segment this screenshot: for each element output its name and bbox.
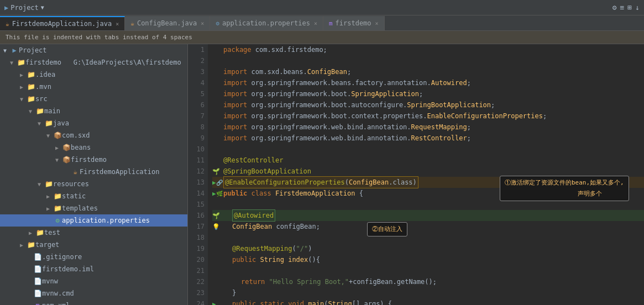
run-gutter-icon[interactable]: ▶	[212, 190, 216, 197]
gutter-24: ▶	[212, 298, 223, 306]
tab-close-icon[interactable]: ×	[375, 20, 379, 27]
code-line-7: import org.springframework.boot.context.…	[212, 111, 644, 122]
tree-item-src[interactable]: ▼ 📁 src	[0, 93, 187, 105]
bean-gutter-icon[interactable]: 🔗	[216, 180, 223, 186]
tab-close-icon[interactable]: ×	[314, 20, 317, 27]
tree-item-gitignore[interactable]: 📄 .gitignore	[0, 251, 187, 263]
tree-item-mvnw-cmd[interactable]: 📄 mvnw.cmd	[0, 287, 187, 299]
tree-item-mvnw[interactable]: 📄 mvnw	[0, 275, 187, 287]
tab-pom[interactable]: m firstdemo ×	[323, 16, 385, 30]
arrow-icon: ▶	[20, 72, 27, 78]
tree-item-iml[interactable]: 📄 firstdemo.iml	[0, 263, 187, 275]
annotation-box: @EnableConfigurationProperties(ConfigBea…	[223, 176, 418, 188]
tab-label: FirstdemoApplication.java	[12, 20, 112, 28]
tree-item-target[interactable]: ▶ 📁 target	[0, 239, 187, 251]
code-line-20: public String index(){	[212, 254, 644, 265]
tree-item-label: .mvn	[35, 83, 51, 91]
editor-content: 12345 678910 1112131415 1617181920 21222…	[188, 44, 644, 305]
code-line-12: 🌱 @SpringBootApplication	[212, 166, 644, 177]
arrow-icon: ▶	[46, 206, 53, 212]
tree-item-mvn[interactable]: ▶ 📁 .mvn	[0, 81, 187, 93]
java-class-icon: ☕	[71, 168, 80, 176]
gutter-12: 🌱	[212, 166, 223, 177]
project-panel-header: ▶ Project ▼	[4, 4, 44, 12]
tree-item-label: test	[44, 229, 60, 236]
settings-icon[interactable]: ⚙	[612, 3, 617, 12]
folder-icon: 📁	[35, 229, 44, 236]
tree-item-pom[interactable]: m pom.xml	[0, 299, 187, 305]
notification-bar: This file is indented with tabs instead …	[0, 31, 644, 44]
tree-item-templates[interactable]: ▶ 📁 templates	[0, 202, 187, 214]
code-line-18	[212, 232, 644, 243]
file-icon: 📄	[33, 265, 42, 273]
props-file-icon: ⚙	[216, 20, 219, 27]
tree-item-java[interactable]: ▼ 📁 java	[0, 117, 187, 129]
top-bar: ▶ Project ▼ ⚙ ≡ ⊞ ↓	[0, 0, 644, 15]
package-icon: 📦	[62, 156, 71, 164]
tab-configbean[interactable]: ☕ ConfigBean.java ×	[125, 16, 210, 30]
notif-text: This file is indented with tabs instead …	[6, 34, 192, 41]
code-editor[interactable]: 12345 678910 1112131415 1617181920 21222…	[188, 44, 644, 305]
spring-gutter-16[interactable]: 🌱	[212, 212, 220, 219]
module-icon: 📁	[17, 59, 25, 66]
bean-gutter-icon[interactable]: 🌿	[216, 191, 223, 197]
menu-icon[interactable]: ≡	[620, 3, 625, 12]
file-icon: 📄	[33, 290, 42, 297]
folder-icon: 📁	[27, 71, 35, 78]
tab-firstdemo-application[interactable]: ☕ FirstdemoApplication.java ×	[0, 16, 125, 30]
java-file-icon: ☕	[6, 20, 9, 28]
tree-item-application-props[interactable]: ⚙ application.properties	[0, 214, 187, 227]
annotation-bubble-1: ①激活绑定了资源文件的bean,如果又多个, 声明多个	[500, 176, 629, 201]
layout-icon[interactable]: ⊞	[627, 3, 632, 12]
tree-item-idea[interactable]: ▶ 📁 .idea	[0, 69, 187, 81]
tree-item-label: .gitignore	[42, 253, 82, 261]
arrow-icon: ▼	[38, 181, 44, 187]
code-line-1: package com.sxd.firstdemo;	[212, 44, 644, 55]
tree-item-resources[interactable]: ▼ 📁 resources	[0, 178, 187, 190]
tree-item-label: mvnw.cmd	[42, 290, 74, 297]
arrow-icon: ▼	[55, 157, 62, 163]
tree-item-comsxd[interactable]: ▼ 📦 com.sxd	[0, 129, 187, 141]
tree-item-label: com.sxd	[62, 132, 90, 139]
tree-item-main[interactable]: ▼ 📁 main	[0, 105, 187, 117]
tree-item-beans[interactable]: ▶ 📦 beans	[0, 141, 187, 154]
code-line-11: @RestController	[212, 155, 644, 166]
tab-close-icon[interactable]: ×	[116, 21, 119, 27]
arrow-icon: ▶	[55, 145, 62, 151]
code-line-17: 💡 ConfigBean configBean; ②自动注入	[212, 221, 644, 232]
tree-item-firstdemo-root[interactable]: ▼ ▶ Project	[0, 44, 187, 56]
props-icon: ⚙	[53, 217, 62, 224]
tree-item-test[interactable]: ▶ 📁 test	[0, 227, 187, 239]
project-icon: ▶	[4, 4, 8, 12]
tree-item-static[interactable]: ▶ 📁 static	[0, 190, 187, 202]
tree-item-label: beans	[71, 144, 91, 151]
tree-item-label: mvnw	[42, 277, 58, 285]
run-gutter-icon[interactable]: ▶	[212, 179, 216, 186]
tree-item-label: resources	[53, 180, 89, 188]
arrow-icon: ▶	[29, 230, 35, 236]
folder-icon: 📁	[27, 95, 35, 103]
tree-item-label: templates	[62, 204, 98, 212]
tree-item-firstdemo-pkg[interactable]: ▼ 📦 firstdemo	[0, 154, 187, 166]
tab-application-properties[interactable]: ⚙ application.properties ×	[210, 16, 323, 30]
folder-icon: 📁	[35, 107, 44, 115]
tab-close-icon[interactable]: ×	[201, 20, 204, 27]
code-line-13: ▶🔗 @EnableConfigurationProperties(Config…	[212, 177, 644, 188]
collapse-icon[interactable]: ↓	[635, 3, 640, 12]
arrow-icon: ▼	[46, 133, 53, 139]
tree-item-label: Project	[19, 46, 47, 54]
run-gutter-24[interactable]: ▶	[212, 301, 216, 306]
dropdown-arrow-icon: ▼	[41, 4, 44, 10]
code-content: package com.sxd.firstdemo; import com.sx…	[208, 44, 644, 305]
toolbar-icons: ⚙ ≡ ⊞ ↓	[612, 3, 640, 12]
tree-item-firstdemo-app[interactable]: ☕ FirstdemoApplication	[0, 166, 187, 178]
tab-label: firstdemo	[336, 19, 371, 27]
line-numbers: 12345 678910 1112131415 1617181920 21222…	[188, 44, 208, 305]
source-folder-icon: 📁	[44, 119, 53, 127]
tree-item-label: static	[62, 192, 86, 200]
spring-gutter-icon[interactable]: 🌱	[212, 168, 220, 175]
tree-item-firstdemo[interactable]: ▼ 📁 firstdemo G:\IdeaProjects\A\firstdem…	[0, 56, 187, 69]
maven-icon: m	[33, 302, 42, 305]
code-line-2	[212, 55, 644, 66]
code-line-21	[212, 265, 644, 276]
